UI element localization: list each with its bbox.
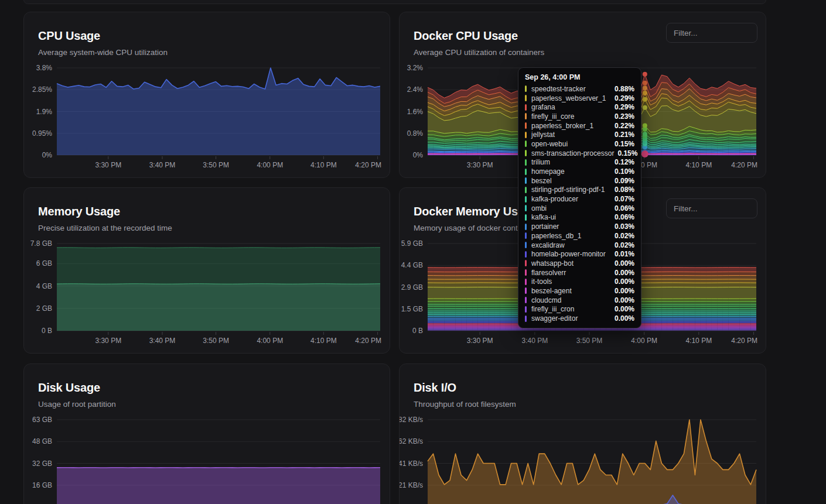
- card-subtitle: Average CPU utilization of containers: [414, 47, 766, 57]
- svg-text:3:50 PM: 3:50 PM: [576, 337, 603, 345]
- svg-text:2.4%: 2.4%: [407, 85, 424, 94]
- svg-text:1.5 GB: 1.5 GB: [401, 305, 423, 313]
- card-memory-usage: Memory Usage Precise utilization at the …: [23, 187, 390, 354]
- svg-text:3:50 PM: 3:50 PM: [203, 337, 229, 345]
- svg-text:2.85%: 2.85%: [32, 85, 52, 94]
- docker-cpu-filter-input[interactable]: [666, 23, 757, 43]
- card-subtitle: Average system-wide CPU utilization: [38, 47, 390, 57]
- svg-text:4:10 PM: 4:10 PM: [685, 161, 712, 169]
- card-subtitle: Usage of root partition: [38, 399, 390, 409]
- svg-text:48 GB: 48 GB: [32, 437, 52, 445]
- svg-text:4:10 PM: 4:10 PM: [310, 337, 337, 345]
- svg-text:3:30 PM: 3:30 PM: [467, 337, 493, 345]
- card-title: Disk I/O: [414, 380, 766, 395]
- svg-text:4:20 PM: 4:20 PM: [355, 161, 381, 169]
- svg-text:0.95%: 0.95%: [32, 129, 52, 138]
- svg-text:1.6%: 1.6%: [407, 108, 424, 116]
- card-title: CPU Usage: [38, 29, 390, 43]
- svg-text:0%: 0%: [42, 151, 53, 159]
- svg-text:21 KB/s: 21 KB/s: [400, 481, 423, 489]
- svg-text:4.4 GB: 4.4 GB: [401, 261, 423, 269]
- svg-text:4:10 PM: 4:10 PM: [685, 337, 712, 345]
- svg-text:3:40 PM: 3:40 PM: [522, 161, 548, 169]
- svg-text:4:20 PM: 4:20 PM: [731, 161, 757, 169]
- svg-text:3:50 PM: 3:50 PM: [203, 161, 229, 169]
- card-subtitle: Throughput of root filesystem: [414, 399, 766, 409]
- card-disk-usage: Disk Usage Usage of root partition 63 GB…: [23, 364, 390, 504]
- card-title: Disk Usage: [38, 380, 390, 395]
- svg-text:6 GB: 6 GB: [36, 259, 52, 268]
- svg-text:82 KB/s: 82 KB/s: [400, 416, 423, 424]
- docker-memory-usage-chart[interactable]: 5.9 GB4.4 GB2.9 GB1.5 GB0 B3:30 PM3:40 P…: [400, 235, 767, 352]
- svg-text:0 B: 0 B: [412, 327, 423, 335]
- svg-text:3:40 PM: 3:40 PM: [149, 161, 176, 169]
- svg-text:4:00 PM: 4:00 PM: [631, 161, 657, 169]
- card-subtitle: Precise utilization at the recorded time: [38, 223, 390, 233]
- svg-text:3:30 PM: 3:30 PM: [467, 161, 493, 169]
- svg-text:4:00 PM: 4:00 PM: [257, 161, 283, 169]
- svg-text:3:40 PM: 3:40 PM: [149, 337, 176, 345]
- svg-text:3:30 PM: 3:30 PM: [95, 161, 121, 169]
- svg-text:3:40 PM: 3:40 PM: [522, 337, 548, 345]
- svg-text:4:00 PM: 4:00 PM: [257, 337, 283, 345]
- card-subtitle: Memory usage of docker containers: [414, 223, 766, 233]
- svg-text:0.8%: 0.8%: [407, 129, 424, 138]
- svg-text:1.9%: 1.9%: [36, 108, 53, 116]
- previous-card-bottom-edge: [23, 0, 766, 4]
- svg-text:7.8 GB: 7.8 GB: [30, 239, 52, 248]
- svg-text:4:20 PM: 4:20 PM: [355, 337, 381, 345]
- disk-usage-chart[interactable]: 63 GB48 GB32 GB16 GB3:30 PM3:40 PM3:50 P…: [24, 411, 391, 504]
- svg-text:41 KB/s: 41 KB/s: [400, 460, 423, 468]
- card-title: Memory Usage: [38, 204, 390, 218]
- series-color-chip: [525, 177, 527, 184]
- svg-text:3:50 PM: 3:50 PM: [576, 161, 603, 169]
- disk-io-chart[interactable]: 82 KB/s62 KB/s41 KB/s21 KB/s3:30 PM3:40 …: [400, 411, 767, 504]
- svg-text:63 GB: 63 GB: [32, 416, 52, 424]
- svg-text:3.8%: 3.8%: [36, 64, 53, 72]
- svg-text:62 KB/s: 62 KB/s: [400, 437, 423, 445]
- svg-text:5.9 GB: 5.9 GB: [401, 239, 423, 248]
- svg-text:4:10 PM: 4:10 PM: [310, 161, 337, 169]
- svg-text:4 GB: 4 GB: [36, 282, 52, 290]
- svg-text:32 GB: 32 GB: [32, 460, 52, 468]
- card-docker-memory-usage: Docker Memory Usage Memory usage of dock…: [399, 187, 766, 354]
- svg-text:3.2%: 3.2%: [407, 64, 424, 72]
- cpu-usage-chart[interactable]: 3.8%2.85%1.9%0.95%0%3:30 PM3:40 PM3:50 P…: [24, 59, 391, 176]
- svg-text:3:30 PM: 3:30 PM: [95, 337, 121, 345]
- svg-text:0 B: 0 B: [42, 327, 52, 335]
- docker-cpu-usage-chart[interactable]: 3.2%2.4%1.6%0.8%0%3:30 PM3:40 PM3:50 PM4…: [400, 59, 767, 176]
- card-docker-cpu-usage: Docker CPU Usage Average CPU utilization…: [399, 12, 766, 178]
- card-cpu-usage: CPU Usage Average system-wide CPU utiliz…: [23, 12, 390, 178]
- svg-text:2 GB: 2 GB: [36, 304, 52, 313]
- svg-text:4:00 PM: 4:00 PM: [631, 337, 657, 345]
- memory-usage-chart[interactable]: 7.8 GB6 GB4 GB2 GB0 B3:30 PM3:40 PM3:50 …: [24, 235, 391, 352]
- svg-text:0%: 0%: [413, 151, 424, 159]
- svg-text:2.9 GB: 2.9 GB: [401, 283, 423, 292]
- svg-text:16 GB: 16 GB: [32, 481, 52, 489]
- docker-memory-filter-input[interactable]: [666, 198, 757, 218]
- card-disk-io: Disk I/O Throughput of root filesystem 8…: [399, 364, 766, 504]
- svg-text:4:20 PM: 4:20 PM: [731, 337, 757, 345]
